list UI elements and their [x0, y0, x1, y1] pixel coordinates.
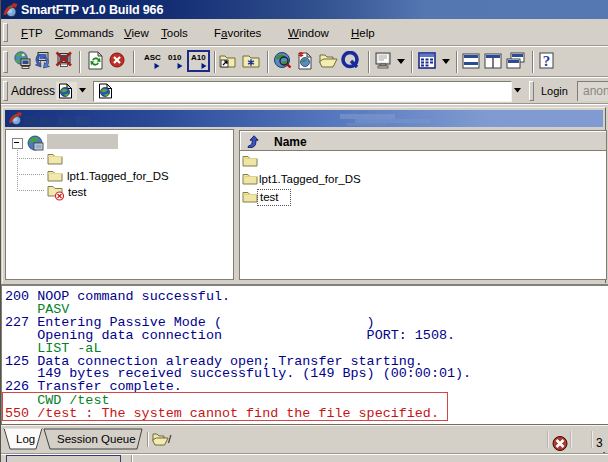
svg-text:Session Queue: Session Queue [57, 433, 136, 445]
svg-text:?: ? [543, 53, 551, 69]
svg-text:Log: Log [16, 433, 35, 445]
